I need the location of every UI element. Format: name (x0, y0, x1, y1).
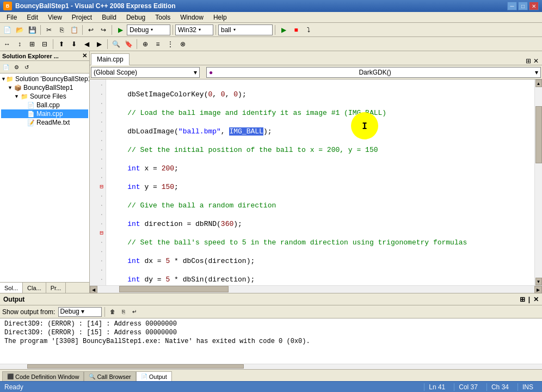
tb2-btn6[interactable]: ⬇ (68, 38, 80, 50)
output-source-arrow: ▾ (81, 308, 84, 315)
tb2-btn9[interactable]: ⊕ (139, 38, 151, 50)
code-content[interactable]: dbSetImageColorKey(0, 0, 0); // Load the… (106, 79, 534, 285)
output-wrap-btn[interactable]: ↵ (130, 307, 139, 317)
v-scroll-track (535, 87, 542, 278)
close-button[interactable]: ✕ (529, 2, 539, 10)
menu-build[interactable]: Build (97, 12, 121, 22)
tb2-btn10[interactable]: ≡ (152, 38, 164, 50)
solution-panel-header: Solution Explorer ... ✕ (0, 51, 89, 61)
tb2-btn3[interactable]: ⊞ (26, 38, 38, 50)
sp-prop[interactable]: ⚙ (11, 62, 21, 72)
maximize-button[interactable]: □ (518, 2, 528, 10)
h-scroll-thumb[interactable] (119, 286, 229, 292)
tb2-btn5[interactable]: ⬆ (56, 38, 67, 50)
editor-scroll-area[interactable]: I · · · · · · · · · · · ⊟ · · · (90, 79, 542, 285)
code-line-1: dbSetImageColorKey(0, 0, 0); (110, 90, 530, 99)
new-button[interactable]: 📄 (1, 24, 13, 36)
v-scroll-up[interactable]: ▲ (535, 79, 542, 87)
editor-toolbar: (Global Scope) ▾ ● DarkGDK() ▾ (90, 65, 542, 79)
tb2-btn4[interactable]: ⊟ (39, 38, 51, 50)
menu-window[interactable]: Window (176, 12, 208, 22)
tree-project[interactable]: ▼ 📦 BouncyBallStep1 (1, 83, 88, 92)
v-scrollbar[interactable]: ▲ ▼ (534, 79, 542, 285)
undo-button[interactable]: ↩ (85, 24, 97, 36)
debug-step[interactable]: ⤵ (303, 24, 315, 36)
solution-panel-close[interactable]: ✕ (82, 52, 87, 59)
toolbar-2: ↔ ↕ ⊞ ⊟ ⬆ ⬇ ◀ ▶ 🔍 🔖 ⊕ ≡ ⋮ ⊗ (0, 37, 542, 51)
bookmark-button[interactable]: 🔖 (122, 38, 134, 50)
output-source-select[interactable]: Debug ▾ (58, 307, 102, 317)
menu-edit[interactable]: Edit (22, 12, 42, 22)
paste-button[interactable]: 📋 (68, 24, 80, 36)
run-button[interactable]: ▶ (114, 24, 126, 36)
v-scroll-thumb[interactable] (535, 106, 542, 163)
function-dropdown[interactable]: ● DarkGDK() ▾ (206, 67, 541, 78)
h-scroll-left[interactable]: ◀ (90, 286, 97, 293)
platform-dropdown[interactable]: Win32 ▾ (175, 24, 213, 35)
h-scroll-right[interactable]: ▶ (534, 286, 542, 293)
panel-tab-solution[interactable]: Sol... (0, 283, 23, 293)
tree-solution[interactable]: ▼ 📁 Solution 'BouncyBallStep1' (1 (1, 75, 88, 83)
save-button[interactable]: 💾 (26, 24, 38, 36)
title-bar-controls: ─ □ ✕ (507, 2, 539, 10)
tb2-btn12[interactable]: ⊗ (177, 38, 189, 50)
output-copy-btn[interactable]: ⎘ (119, 307, 128, 317)
redo-button[interactable]: ↪ (97, 24, 109, 36)
find-button[interactable]: 🔍 (110, 38, 122, 50)
cut-button[interactable]: ✂ (43, 24, 55, 36)
scope-dropdown[interactable]: (Global Scope) ▾ (91, 67, 200, 78)
minimize-button[interactable]: ─ (507, 2, 517, 10)
tb2-btn7[interactable]: ◀ (81, 38, 93, 50)
output-float-btn[interactable]: ⊞ (520, 296, 525, 303)
debug-stop[interactable]: ■ (290, 24, 302, 36)
tb2-btn11[interactable]: ⋮ (164, 38, 176, 50)
menu-view[interactable]: View (44, 12, 66, 22)
tree-source-files[interactable]: ▼ 📁 Source Files (1, 92, 88, 101)
tree-readme[interactable]: 📝 ReadMe.txt (1, 118, 88, 127)
code-line-10: int dx = 5 * dbCos(direction); (110, 256, 530, 266)
sp-new[interactable]: 📄 (1, 62, 11, 72)
code-line-3: dbLoadImage("ball.bmp", IMG_BALL); (110, 127, 530, 136)
debug-start[interactable]: ▶ (278, 24, 290, 36)
menu-project[interactable]: Project (67, 12, 96, 22)
app-title: BouncyBallStep1 - Visual C++ 2008 Expres… (15, 2, 176, 10)
sp-refresh[interactable]: ↺ (22, 62, 32, 72)
tree-main-cpp[interactable]: 📄 Main.cpp (1, 109, 88, 118)
tab-call-browser-label: Call Browser (97, 373, 131, 380)
tb2-btn8[interactable]: ▶ (93, 38, 105, 50)
output-clear-btn[interactable]: 🗑 (108, 307, 118, 317)
output-header-left: Output (3, 296, 24, 303)
tab-code-definition[interactable]: ⬛ Code Definition Window (2, 371, 84, 381)
v-scroll-down[interactable]: ▼ (535, 278, 542, 285)
target-dropdown[interactable]: ball ▾ (218, 24, 273, 35)
editor-close-btn[interactable]: ✕ (533, 57, 539, 65)
menu-help[interactable]: Help (209, 12, 231, 22)
panel-tab-props[interactable]: Pr... (46, 283, 66, 293)
source-expand-icon[interactable]: ▼ (14, 94, 21, 99)
editor-float-btn[interactable]: ⊞ (526, 57, 531, 65)
output-content[interactable]: Direct3D9: (ERROR) : [14] : Address 0000… (0, 318, 542, 364)
tab-call-browser[interactable]: 🔍 Call Browser (84, 371, 136, 381)
output-header-controls: ⊞ | ✕ (520, 296, 539, 303)
open-button[interactable]: 📂 (14, 24, 26, 36)
tb2-btn1[interactable]: ↔ (1, 38, 13, 50)
solution-icon: 📁 (6, 76, 14, 83)
debug-mode-dropdown[interactable]: Debug ▾ (127, 24, 170, 35)
scope-value: (Global Scope) (94, 69, 137, 76)
project-expand-icon[interactable]: ▼ (8, 85, 14, 90)
tree-ball-cpp[interactable]: 📄 Ball.cpp (1, 101, 88, 109)
tb2-btn2[interactable]: ↕ (14, 38, 26, 50)
code-line-5: int x = 200; (110, 164, 530, 173)
code-editor[interactable]: I · · · · · · · · · · · ⊟ · · · (90, 79, 534, 285)
editor-tab-main[interactable]: Main.cpp (91, 53, 130, 65)
menu-debug[interactable]: Debug (122, 12, 150, 22)
solution-expand-icon[interactable]: ▼ (1, 76, 6, 82)
main-area: Solution Explorer ... ✕ 📄 ⚙ ↺ ▼ 📁 Soluti… (0, 51, 542, 293)
output-h-thumb[interactable] (27, 364, 244, 369)
output-close-btn[interactable]: ✕ (533, 296, 539, 303)
panel-tab-class[interactable]: Cla... (23, 283, 46, 293)
menu-tools[interactable]: Tools (151, 12, 175, 22)
copy-button[interactable]: ⎘ (56, 24, 67, 36)
tab-output[interactable]: 📄 Output (136, 371, 172, 381)
menu-file[interactable]: File (2, 12, 21, 22)
